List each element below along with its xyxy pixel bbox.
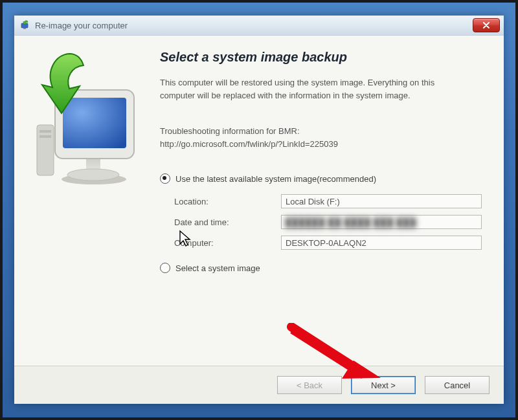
field-datetime: Date and time: ██████ ██ ████ ███ ███: [174, 215, 492, 229]
svg-rect-8: [39, 130, 51, 133]
datetime-label: Date and time:: [174, 217, 281, 227]
cancel-button[interactable]: Cancel: [425, 376, 490, 394]
reimage-wizard-window: Re-image your computer: [14, 16, 504, 404]
page-heading: Select a system image backup: [160, 50, 492, 65]
option-select-image[interactable]: Select a system image: [160, 263, 492, 273]
option-use-latest[interactable]: Use the latest available system image(re…: [160, 173, 492, 184]
wizard-graphic-pane: [14, 36, 160, 366]
troubleshooting-info: Troubleshooting information for BMR: htt…: [160, 125, 492, 150]
content-area: Select a system image backup This comput…: [14, 36, 504, 366]
computer-label: Computer:: [174, 238, 281, 248]
titlebar[interactable]: Re-image your computer: [14, 16, 504, 36]
computer-value: DESKTOP-0ALAQN2: [281, 236, 482, 250]
wizard-form-pane: Select a system image backup This comput…: [160, 36, 504, 366]
page-description: This computer will be restored using the…: [160, 76, 458, 102]
window-title: Re-image your computer: [35, 21, 473, 30]
svg-point-4: [67, 169, 119, 181]
monitor-restore-icon: [24, 49, 153, 197]
desktop-background: Re-image your computer: [0, 0, 518, 420]
wizard-button-bar: < Back Next > Cancel: [14, 366, 504, 404]
back-button[interactable]: < Back: [277, 376, 342, 394]
radio-icon: [160, 173, 170, 184]
field-location: Location: Local Disk (F:): [174, 194, 492, 208]
next-button[interactable]: Next >: [351, 376, 416, 394]
latest-image-details: Location: Local Disk (F:) Date and time:…: [174, 194, 492, 250]
svg-rect-6: [63, 98, 126, 148]
datetime-value: ██████ ██ ████ ███ ███: [281, 215, 482, 229]
troubleshooting-link[interactable]: http://go.microsoft.com/fwlink/p/?LinkId…: [160, 139, 338, 149]
app-icon: [19, 19, 31, 31]
location-value: Local Disk (F:): [281, 194, 482, 208]
troubleshooting-label: Troubleshooting information for BMR:: [160, 126, 300, 136]
radio-icon: [160, 263, 170, 273]
svg-rect-9: [39, 135, 51, 138]
close-button[interactable]: [473, 18, 500, 32]
option-use-latest-label: Use the latest available system image(re…: [175, 174, 376, 184]
field-computer: Computer: DESKTOP-0ALAQN2: [174, 236, 492, 250]
svg-rect-1: [23, 28, 26, 29]
option-select-image-label: Select a system image: [175, 263, 260, 273]
location-label: Location:: [174, 197, 281, 206]
close-icon: [482, 22, 490, 28]
